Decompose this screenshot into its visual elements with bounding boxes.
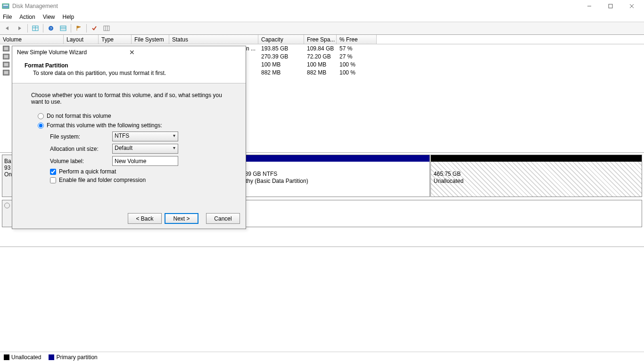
check-icon[interactable] — [89, 23, 100, 33]
menu-action[interactable]: Action — [19, 14, 35, 20]
close-icon[interactable]: ✕ — [129, 49, 241, 56]
volume-icon — [3, 46, 9, 51]
close-button[interactable] — [621, 0, 642, 12]
col-freespace[interactable]: Free Spa... — [304, 35, 337, 44]
volume-icon — [3, 70, 9, 75]
allocation-label: Allocation unit size: — [50, 146, 112, 152]
svg-rect-1 — [3, 5, 8, 6]
col-volume[interactable]: Volume — [0, 35, 64, 44]
volume-label-label: Volume label: — [50, 158, 112, 165]
minimize-button[interactable] — [578, 0, 600, 12]
col-capacity[interactable]: Capacity — [258, 35, 304, 44]
col-status[interactable]: Status — [169, 35, 258, 44]
volume-list-header: Volume Layout Type File System Status Ca… — [0, 35, 644, 44]
grid2-icon[interactable] — [101, 23, 112, 33]
legend-swatch-primary — [49, 354, 54, 360]
volume-label-input[interactable] — [112, 156, 178, 166]
col-layout[interactable]: Layout — [64, 35, 99, 44]
view-grid-icon[interactable] — [30, 23, 41, 33]
radio-format[interactable] — [38, 123, 44, 129]
radio-no-format-label: Do not format this volume — [47, 113, 111, 119]
radio-format-label: Format this volume with the following se… — [47, 122, 162, 129]
partition-bar — [431, 155, 642, 162]
help-icon[interactable]: ? — [45, 23, 57, 33]
nav-forward-icon[interactable] — [14, 23, 25, 33]
col-type[interactable]: Type — [99, 35, 132, 44]
next-button[interactable]: Next > — [165, 213, 198, 224]
maximize-button[interactable] — [600, 0, 621, 12]
app-icon — [2, 2, 9, 10]
wizard-header: Format Partition To store data on this p… — [12, 58, 246, 83]
allocation-select[interactable]: Default — [112, 144, 178, 154]
legend: Unallocated Primary partition — [0, 352, 644, 362]
radio-no-format[interactable] — [38, 113, 44, 119]
svg-rect-3 — [609, 4, 612, 8]
filesystem-label: File system: — [50, 133, 112, 140]
window-title: Disk Management — [12, 3, 578, 9]
volume-icon — [3, 54, 9, 59]
legend-swatch-unallocated — [4, 354, 9, 360]
partition[interactable]: (D:) 270.39 GB NTFS Healthy (Basic Data … — [231, 155, 430, 197]
wizard-description: Choose whether you want to format this v… — [31, 92, 231, 105]
svg-rect-14 — [104, 26, 109, 31]
checkbox-compression[interactable] — [50, 177, 56, 183]
title-bar: Disk Management — [0, 0, 644, 12]
partition-unallocated[interactable]: 465.75 GB Unallocated — [430, 155, 642, 197]
checkbox-quick-format[interactable] — [50, 169, 56, 175]
menu-help[interactable]: Help — [63, 14, 74, 20]
back-button[interactable]: < Back — [128, 213, 162, 224]
wizard-title: New Simple Volume Wizard — [17, 49, 129, 56]
volume-icon — [3, 62, 9, 67]
svg-rect-0 — [2, 4, 9, 8]
checkbox-compression-label: Enable file and folder compression — [59, 177, 146, 183]
wizard-titlebar[interactable]: New Simple Volume Wizard ✕ — [12, 46, 246, 58]
wizard-subheading: To store data on this partition, you mus… — [25, 70, 236, 76]
svg-text:?: ? — [50, 26, 52, 31]
partition-bar — [231, 155, 429, 162]
col-filesystem[interactable]: File System — [132, 35, 169, 44]
filesystem-select[interactable]: NTFS — [112, 132, 178, 141]
toolbar: ? — [0, 22, 644, 35]
svg-rect-11 — [60, 26, 66, 31]
menu-view[interactable]: View — [43, 14, 55, 20]
checkbox-quick-format-label: Perform a quick format — [59, 168, 116, 175]
view-list-icon[interactable] — [58, 23, 69, 33]
wizard-body: Choose whether you want to format this v… — [12, 83, 246, 208]
col-pctfree[interactable]: % Free — [337, 35, 377, 44]
window-controls — [578, 0, 642, 12]
flag-icon[interactable] — [73, 23, 84, 33]
wizard-dialog: New Simple Volume Wizard ✕ Format Partit… — [12, 46, 246, 229]
nav-back-icon[interactable] — [2, 23, 13, 33]
wizard-buttons: < Back Next > Cancel — [128, 213, 240, 224]
cd-icon — [4, 203, 10, 208]
cancel-button[interactable]: Cancel — [206, 213, 240, 224]
menu-bar: File Action View Help — [0, 12, 644, 22]
menu-file[interactable]: File — [3, 14, 12, 20]
wizard-heading: Format Partition — [25, 62, 236, 69]
